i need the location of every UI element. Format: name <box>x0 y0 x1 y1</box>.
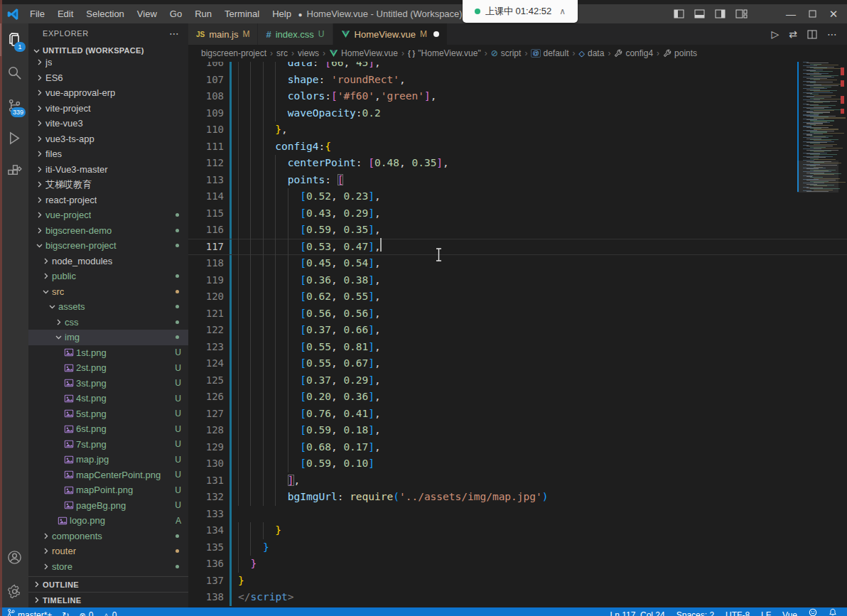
tree-item-img[interactable]: img <box>28 330 188 345</box>
overview-ruler[interactable] <box>838 62 847 607</box>
toggle-sidebar-icon[interactable] <box>674 9 684 18</box>
code-line-137[interactable]: 137} <box>188 573 847 590</box>
breadcrumb-segment[interactable]: ⊘script <box>491 48 522 58</box>
more-actions-icon[interactable]: ⋯ <box>827 28 837 40</box>
breadcrumb-segment[interactable]: ◇data <box>579 48 605 58</box>
menu-file[interactable]: File <box>23 4 51 23</box>
menu-terminal[interactable]: Terminal <box>218 4 266 23</box>
toggle-secondary-sidebar-icon[interactable] <box>715 9 725 18</box>
code-line-129[interactable]: 129 [0.68, 0.17], <box>188 439 847 456</box>
customize-layout-icon[interactable] <box>735 9 748 18</box>
tree-item-6st.png[interactable]: 6st.pngU <box>28 421 188 437</box>
activitybar-extensions[interactable] <box>0 154 28 187</box>
tree-item-public[interactable]: public <box>28 269 188 284</box>
code-line-116[interactable]: 116 [0.59, 0.35], <box>188 222 847 239</box>
activitybar-account[interactable] <box>0 541 28 573</box>
code-line-138[interactable]: 138</script> <box>188 589 847 606</box>
code-line-127[interactable]: 127 [0.76, 0.41], <box>188 406 847 423</box>
code-line-114[interactable]: 114 [0.52, 0.23], <box>188 188 847 205</box>
tree-item-mapPoint.png[interactable]: mapPoint.pngU <box>28 482 188 498</box>
breadcrumb-segment[interactable]: bigscreen-project <box>201 48 266 58</box>
status-ln-117-col-24[interactable]: Ln 117, Col 24 <box>610 608 665 616</box>
run-icon[interactable]: ▷ <box>771 28 779 40</box>
tree-item-node_modules[interactable]: node_modules <box>28 254 188 269</box>
code-line-122[interactable]: 122 [0.37, 0.66], <box>188 322 847 339</box>
code-line-119[interactable]: 119 [0.36, 0.38], <box>188 272 847 289</box>
breadcrumb-segment[interactable]: { }"HomeView.vue" <box>408 48 481 58</box>
activitybar-run-debug[interactable] <box>0 121 28 154</box>
activitybar-settings[interactable] <box>0 575 28 607</box>
menu-run[interactable]: Run <box>188 4 218 23</box>
status-warning[interactable]: △0 <box>103 608 117 616</box>
activitybar-source-control[interactable]: 339 <box>0 89 28 121</box>
breadcrumb-segment[interactable]: @default <box>531 48 568 58</box>
code-line-131[interactable]: 131 ], <box>188 472 847 490</box>
code-line-118[interactable]: 118 [0.45, 0.54], <box>188 255 847 272</box>
menu-go[interactable]: Go <box>163 4 188 23</box>
tree-item-3st.png[interactable]: 3st.pngU <box>28 376 188 391</box>
tree-item-2st.png[interactable]: 2st.pngU <box>28 360 188 376</box>
code-line-135[interactable]: 135 } <box>188 539 847 556</box>
code-line-124[interactable]: 124 [0.55, 0.67], <box>188 355 847 372</box>
class-timer-widget[interactable]: 上课中 01:42:52 ∧ <box>463 0 578 23</box>
tree-item-pageBg.png[interactable]: pageBg.pngU <box>28 498 188 514</box>
activitybar-search[interactable] <box>0 56 28 89</box>
breadcrumb-segment[interactable]: views <box>298 48 319 58</box>
breadcrumb-segment[interactable]: config4 <box>614 48 653 58</box>
tree-item-vue3-ts-app[interactable]: vue3-ts-app <box>28 131 188 147</box>
section-timeline[interactable]: TIMELINE <box>28 592 188 607</box>
status-vue[interactable]: Vue <box>782 608 797 616</box>
menu-edit[interactable]: Edit <box>51 4 80 23</box>
activitybar-explorer[interactable]: 1 <box>0 23 28 56</box>
tree-item-iti-Vue3-master[interactable]: iti-Vue3-master <box>28 162 188 178</box>
code-line-136[interactable]: 136 } <box>188 556 847 573</box>
code-line-106[interactable]: 106 data: [66, 45], <box>188 62 847 72</box>
tree-item-vite-vue3[interactable]: vite-vue3 <box>28 116 188 131</box>
tab-main.js[interactable]: JSmain.jsM <box>188 23 258 45</box>
tree-item-components[interactable]: components <box>28 529 188 544</box>
tree-item-4st.png[interactable]: 4st.pngU <box>28 391 188 406</box>
code-line-121[interactable]: 121 [0.56, 0.56], <box>188 306 847 323</box>
tree-item-store[interactable]: store <box>28 559 188 575</box>
toggle-panel-icon[interactable] <box>694 9 705 18</box>
minimap-slider[interactable] <box>797 161 838 193</box>
code-line-132[interactable]: 132 bgImgUrl: require('../assets/img/map… <box>188 489 847 506</box>
tree-item-ES6[interactable]: ES6 <box>28 70 188 86</box>
tree-item-router[interactable]: router <box>28 544 188 559</box>
tree-item-1st.png[interactable]: 1st.pngU <box>28 345 188 361</box>
tree-item-5st.png[interactable]: 5st.pngU <box>28 406 188 422</box>
code-line-125[interactable]: 125 [0.37, 0.29], <box>188 372 847 389</box>
code-line-113[interactable]: 113 points: [ <box>188 172 847 189</box>
tree-item-map.jpg[interactable]: map.jpgU <box>28 452 188 468</box>
status-error[interactable]: ⊗0 <box>79 608 93 616</box>
code-line-109[interactable]: 109 waveOpacity:0.2 <box>188 105 847 122</box>
menu-help[interactable]: Help <box>266 4 298 23</box>
status-bell[interactable] <box>829 608 837 616</box>
code-line-130[interactable]: 130 [0.59, 0.10] <box>188 455 847 472</box>
status-feedback[interactable] <box>809 608 817 616</box>
breadcrumb-segment[interactable]: src <box>276 48 288 58</box>
tree-item-7st.png[interactable]: 7st.pngU <box>28 437 188 453</box>
code-line-117[interactable]: 117 [0.53, 0.47], <box>188 239 847 256</box>
tree-item-vue-approval-erp[interactable]: vue-approval-erp <box>28 85 188 101</box>
code-line-107[interactable]: 107 shape: 'roundRect', <box>188 72 847 89</box>
code-line-111[interactable]: 111 config4:{ <box>188 139 847 156</box>
code-line-123[interactable]: 123 [0.55, 0.81], <box>188 339 847 356</box>
tree-item-vite-project[interactable]: vite-project <box>28 101 188 117</box>
code-line-134[interactable]: 134 } <box>188 522 847 539</box>
run-or-debug-icon[interactable]: ⇄ <box>789 28 797 40</box>
status-spaces-2[interactable]: Spaces: 2 <box>676 608 714 616</box>
breadcrumb-segment[interactable]: points <box>663 48 697 58</box>
code-line-128[interactable]: 128 [0.59, 0.18], <box>188 422 847 439</box>
code-line-120[interactable]: 120 [0.62, 0.55], <box>188 288 847 306</box>
menu-selection[interactable]: Selection <box>80 4 130 23</box>
unsaved-dot-icon[interactable] <box>433 31 439 37</box>
tab-HomeView.vue[interactable]: HomeView.vueM <box>333 23 448 45</box>
code-editor[interactable]: 106 data: [66, 45],107 shape: 'roundRect… <box>188 62 847 607</box>
tree-item-css[interactable]: css <box>28 315 188 330</box>
tree-item-mapCenterPoint.png[interactable]: mapCenterPoint.pngU <box>28 468 188 483</box>
code-line-133[interactable]: 133 <box>188 506 847 523</box>
tree-item-react-project[interactable]: react-project <box>28 193 188 208</box>
tree-item-js[interactable]: js <box>28 55 188 70</box>
split-editor-icon[interactable] <box>807 30 817 39</box>
